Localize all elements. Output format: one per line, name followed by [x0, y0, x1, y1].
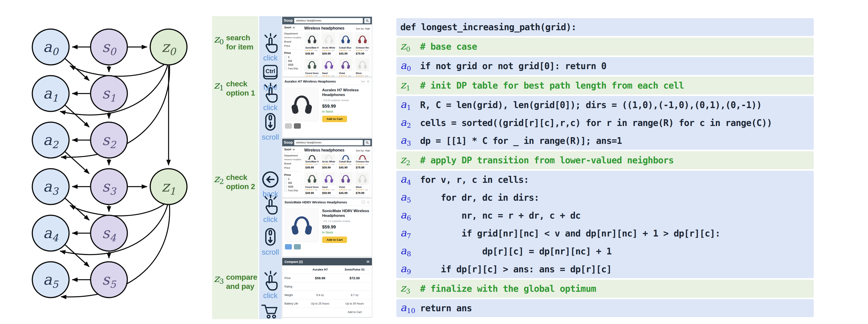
product-name: SonicMate HD8V — [305, 46, 318, 49]
product-price: $59.99 — [322, 191, 335, 195]
click-icon — [261, 83, 280, 103]
sidebar-sort[interactable]: Soort — [284, 26, 300, 31]
filter-row[interactable]: $$$ — [284, 181, 300, 184]
edge — [65, 244, 89, 267]
product-card[interactable]: Sliver ★★★★★★★★★★ 319 $79.99 — [354, 172, 370, 195]
reviews-link[interactable]: 4.4.10 customer reviews — [323, 99, 349, 102]
checkbox-icon[interactable] — [284, 60, 287, 62]
price: $59.99 — [322, 224, 369, 229]
node-s3: s3 — [91, 169, 127, 205]
product-hero-image — [285, 88, 318, 121]
sidebar-link-category[interactable]: Wireless Hoodphts — [284, 158, 300, 161]
add-to-cart-button[interactable]: Add to Cart — [322, 116, 347, 122]
color-swatch[interactable] — [294, 123, 301, 129]
product-card[interactable]: Arctic White ★★★★★★★★★★ 319 $59.99 — [321, 154, 337, 170]
sidebar-link-department[interactable]: Department — [284, 154, 300, 157]
product-card[interactable]: SonicMate HD8V ★★★★★★★★★★ 422 $49.99 — [304, 32, 320, 56]
filter-row[interactable]: Fast.Ship — [284, 189, 300, 192]
product-price: $59.99 — [322, 166, 335, 169]
checkbox-icon[interactable] — [284, 63, 287, 66]
product-image — [305, 155, 318, 159]
product-card[interactable]: Sand ★★★★★★★★★★ 319 $59.99 — [321, 172, 337, 195]
product-card[interactable] — [338, 197, 353, 197]
line-label-a9: a9 — [400, 263, 420, 275]
product-card[interactable]: Cobalt Blue ★★★★★★★★★★ 319 $45.99 — [338, 32, 353, 56]
product-price: $79.99 — [356, 52, 369, 55]
product-card[interactable]: Violet ★★★★★★★★★★ 319 — [338, 58, 353, 77]
add-to-cart-button[interactable]: Add to Cart — [322, 237, 347, 243]
product-card[interactable] — [304, 197, 320, 197]
product-card[interactable] — [321, 197, 337, 197]
product-card[interactable] — [354, 197, 370, 197]
scroll-icon — [261, 227, 280, 248]
sort-by-control[interactable]: Sort by: High — [356, 27, 370, 30]
sidebar-link-department[interactable]: Department — [284, 32, 300, 35]
checkbox-icon[interactable] — [284, 56, 287, 59]
product-card[interactable]: Crimson Red ★★★★★★★★★★ 319 $79.99 — [354, 154, 370, 170]
checkbox-icon[interactable] — [284, 185, 287, 188]
product-price: $45.99 — [339, 52, 352, 55]
shop-body: Soort Department Wireless Hoodphts Brand… — [282, 24, 372, 77]
product-card[interactable]: Sliver ★★★★★★★★★★ 319 — [354, 58, 370, 77]
hamburger-icon — [292, 148, 295, 151]
filter-row[interactable]: $ — [284, 56, 300, 59]
share-icon[interactable] — [367, 201, 370, 204]
compare-header: Compare (2) — [282, 258, 372, 265]
product-card[interactable]: Forest Green ★★★★★★★★★★ 422 — [304, 58, 320, 77]
filter-label: $$$$ — [288, 185, 293, 188]
product-card[interactable]: Arctic White ★★★★★★★★★★ 319 $59.99 — [321, 32, 337, 56]
code-panel: def longest_increasing_path(grid):z0# ba… — [396, 16, 814, 317]
filter-row[interactable]: Fast.Ship — [284, 67, 300, 70]
sidebar-link-category[interactable]: Wireless Hoodphts — [284, 36, 300, 39]
window-icon[interactable] — [362, 201, 365, 204]
code-text: dp = [[1] * C for _ in range(R)]; ans=1 — [420, 136, 622, 146]
product-card[interactable]: SonicMate HD8V ★★★★★★★★★★ 422 $49.99 — [304, 154, 320, 170]
checkbox-icon[interactable] — [284, 67, 287, 70]
product-card[interactable]: Sand ★★★★★★★★★★ 319 — [321, 58, 337, 77]
search-button[interactable] — [364, 18, 370, 23]
sidebar-sort[interactable]: Soort — [284, 148, 300, 153]
product-card[interactable]: Crimson Red ★★★★★★★★★★ 319 $79.99 — [354, 32, 370, 56]
product-card[interactable]: Violet ★★★★★★★★★★ 319 $45.99 — [338, 172, 353, 195]
review-count: 319 — [348, 49, 351, 51]
search-button[interactable] — [364, 140, 370, 145]
color-swatch[interactable] — [294, 244, 301, 250]
search-input[interactable]: wireless headphones — [294, 18, 363, 24]
sort-by-control[interactable]: Sort by: High — [356, 149, 370, 152]
shop-logo: Soop — [284, 141, 293, 145]
checkbox-icon[interactable] — [284, 181, 287, 184]
sidebar-link-price[interactable]: Price — [284, 44, 300, 47]
color-swatch[interactable] — [285, 123, 292, 129]
checkbox-icon[interactable] — [284, 189, 287, 192]
filter-row[interactable]: $ — [284, 178, 300, 180]
code-line-a10: a10return ans — [396, 299, 814, 317]
product-card[interactable]: Cobalt Blue ★★★★★★★★★★ 319 $45.99 — [338, 154, 353, 170]
filter-row[interactable]: $$$$ — [284, 185, 300, 188]
review-count: 422 — [314, 75, 317, 77]
reviews-link[interactable]: 4.6. 1.4 customer reviews — [323, 220, 350, 222]
sidebar-link-brand[interactable]: Brand — [284, 162, 300, 165]
click-icon — [261, 33, 280, 54]
add-to-cart-button[interactable]: Add to Cart — [337, 311, 372, 314]
color-swatch[interactable] — [285, 244, 292, 250]
product-title-bar: SonicMate HD8V Wireless Headphones — [282, 199, 372, 206]
checkbox-icon[interactable] — [284, 178, 287, 180]
action-word: click — [259, 215, 282, 224]
product-card[interactable]: Forest Green ★★★★★★★★★★ 422 $49.99 — [304, 172, 320, 195]
product-name: Sliver — [356, 72, 369, 74]
filter-row[interactable]: $$$ — [284, 60, 300, 62]
hamburger-icon[interactable] — [366, 260, 370, 263]
rating-stars: ★★★★★★★★★★ — [339, 49, 347, 51]
code-text: # base case — [420, 41, 477, 52]
rating-stars: ★★★★★★★★★★ — [305, 49, 314, 51]
filter-label: Fast.Ship — [288, 189, 298, 192]
search-input[interactable]: wireless headphones — [294, 140, 363, 145]
sidebar-link-brand[interactable]: Brand — [284, 40, 300, 43]
sidebar-link-price[interactable]: Price — [284, 167, 300, 169]
product-image — [322, 33, 335, 46]
bag-icon[interactable] — [367, 80, 370, 83]
shop-header: Soop wireless headphones — [282, 17, 372, 24]
node-s1: s1 — [91, 76, 127, 111]
filter-row[interactable]: $$$$ — [284, 63, 300, 66]
product-name: Arctic White — [322, 46, 335, 49]
